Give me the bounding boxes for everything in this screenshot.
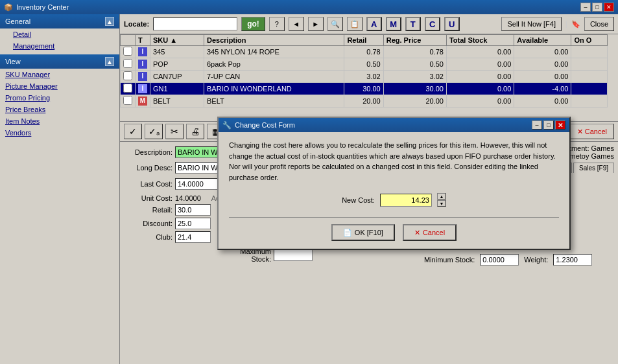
decrement-btn[interactable]: ▼ bbox=[437, 200, 446, 207]
cancel-x-icon: ✕ bbox=[414, 229, 420, 237]
dialog-overlay: 🔧 Change Cost Form – □ ✕ Changing the co… bbox=[0, 0, 618, 364]
dialog-close-btn[interactable]: ✕ bbox=[555, 120, 565, 130]
dialog-ok-button[interactable]: 📄 OK [F10] bbox=[331, 224, 395, 241]
new-cost-label: New Cost: bbox=[342, 196, 375, 204]
increment-btn[interactable]: ▲ bbox=[437, 193, 446, 199]
dialog-icon: 🔧 bbox=[222, 121, 232, 130]
dialog-title: Change Cost Form bbox=[235, 121, 295, 129]
dialog-input-row: New Cost: ▲ ▼ bbox=[229, 193, 559, 207]
dialog-cancel-label: Cancel bbox=[423, 229, 445, 236]
dialog-buttons: 📄 OK [F10] ✕ Cancel bbox=[229, 217, 559, 241]
dialog-titlebar: 🔧 Change Cost Form – □ ✕ bbox=[219, 118, 569, 132]
dialog-message: Changing the cost here allows you to rec… bbox=[229, 140, 559, 183]
dialog-minimize-btn[interactable]: – bbox=[532, 120, 542, 130]
change-cost-dialog: 🔧 Change Cost Form – □ ✕ Changing the co… bbox=[217, 117, 571, 250]
dialog-maximize-btn[interactable]: □ bbox=[543, 120, 554, 130]
ok-icon: 📄 bbox=[343, 229, 352, 237]
new-cost-input[interactable] bbox=[380, 194, 432, 207]
ok-label: OK [F10] bbox=[355, 229, 383, 236]
dialog-body: Changing the cost here allows you to rec… bbox=[219, 132, 569, 249]
dialog-cancel-button[interactable]: ✕ Cancel bbox=[403, 224, 457, 241]
